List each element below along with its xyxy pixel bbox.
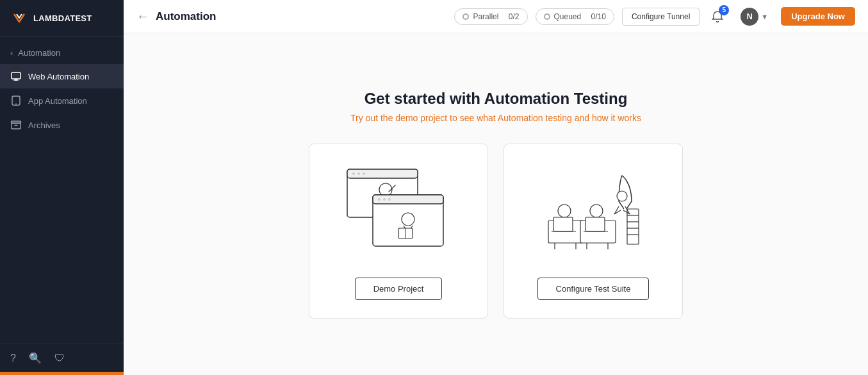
- configure-test-suite-button[interactable]: Configure Test Suite: [537, 278, 650, 300]
- svg-point-24: [590, 204, 603, 217]
- sidebar-item-web-automation-label: Web Automation: [28, 72, 89, 81]
- upgrade-bar: [0, 372, 124, 375]
- shield-icon[interactable]: 🛡: [54, 353, 65, 364]
- svg-point-21: [558, 204, 571, 217]
- parallel-status: Parallel 0/2: [454, 8, 527, 25]
- sidebar-item-archives-label: Archives: [28, 121, 60, 130]
- configure-illustration-svg: [529, 163, 657, 259]
- logo: LAMBDATEST: [0, 0, 124, 37]
- main-area: ← Automation Parallel 0/2 Queued 0/10 Co…: [124, 0, 868, 375]
- demo-project-button[interactable]: Demo Project: [355, 278, 443, 300]
- configure-test-suite-illustration: [529, 160, 657, 262]
- content-heading: Get started with Automation Testing: [364, 90, 628, 108]
- chevron-left-icon: ‹: [10, 48, 13, 58]
- svg-rect-23: [553, 217, 573, 231]
- configure-tunnel-button[interactable]: Configure Tunnel: [622, 8, 700, 26]
- user-menu[interactable]: N ▼: [735, 5, 773, 28]
- configure-test-suite-card: Configure Test Suite: [504, 144, 683, 319]
- header-title: Automation: [156, 10, 216, 23]
- sidebar-bottom: ? 🔍 🛡: [0, 344, 124, 372]
- parallel-label: Parallel: [473, 12, 498, 21]
- avatar: N: [741, 8, 758, 26]
- svg-point-19: [617, 191, 627, 201]
- header-left: ← Automation: [136, 9, 216, 24]
- content-subheading: Try out the demo project to see what Aut…: [350, 113, 641, 123]
- sidebar-item-app-automation[interactable]: App Automation: [0, 88, 124, 113]
- svg-point-14: [378, 198, 381, 201]
- queued-label: Queued: [554, 12, 582, 21]
- cards-row: Demo Project: [309, 144, 683, 319]
- svg-rect-26: [585, 217, 605, 231]
- sidebar-item-archives[interactable]: Archives: [0, 113, 124, 137]
- upgrade-button[interactable]: Upgrade Now: [781, 7, 855, 26]
- demo-project-illustration: [334, 160, 463, 262]
- queued-status: Queued 0/10: [536, 8, 614, 25]
- content-area: Get started with Automation Testing Try …: [124, 33, 868, 375]
- parallel-value: 0/2: [509, 12, 520, 21]
- svg-point-8: [352, 172, 355, 175]
- sidebar-back-label: Automation: [18, 48, 60, 58]
- demo-illustration-svg: [334, 163, 463, 259]
- lambdatest-logo-icon: [10, 9, 28, 27]
- notification-count: 5: [719, 5, 729, 15]
- sidebar: LAMBDATEST ‹ Automation Web Automation: [0, 0, 124, 375]
- queued-value: 0/10: [591, 12, 606, 21]
- svg-rect-1: [12, 72, 20, 79]
- svg-rect-20: [627, 209, 639, 244]
- back-nav-icon[interactable]: ←: [136, 9, 149, 24]
- svg-point-16: [388, 198, 391, 201]
- help-icon[interactable]: ?: [10, 353, 16, 364]
- sidebar-item-web-automation[interactable]: Web Automation: [0, 64, 124, 88]
- smartphone-icon: [10, 95, 22, 106]
- demo-project-card: Demo Project: [309, 144, 488, 319]
- header: ← Automation Parallel 0/2 Queued 0/10 Co…: [124, 0, 868, 33]
- logo-text: LAMBDATEST: [33, 13, 92, 23]
- svg-rect-5: [12, 121, 21, 123]
- archive-icon: [10, 119, 22, 131]
- sidebar-item-app-automation-label: App Automation: [28, 96, 87, 106]
- sidebar-back[interactable]: ‹ Automation: [0, 42, 124, 64]
- svg-point-11: [379, 183, 392, 196]
- header-right: Parallel 0/2 Queued 0/10 Configure Tunne…: [454, 5, 855, 28]
- svg-point-15: [383, 198, 386, 201]
- chevron-down-icon: ▼: [761, 13, 768, 21]
- notification-button[interactable]: 5: [707, 6, 728, 27]
- queued-dot: [544, 13, 550, 20]
- svg-point-10: [363, 172, 365, 175]
- svg-point-9: [357, 172, 360, 175]
- svg-point-3: [15, 103, 17, 104]
- sidebar-nav: ‹ Automation Web Automation App Automati…: [0, 37, 124, 344]
- svg-point-17: [402, 213, 414, 226]
- parallel-dot: [463, 13, 469, 20]
- monitor-icon: [10, 71, 22, 82]
- svg-rect-4: [12, 123, 20, 129]
- search-icon[interactable]: 🔍: [29, 352, 42, 364]
